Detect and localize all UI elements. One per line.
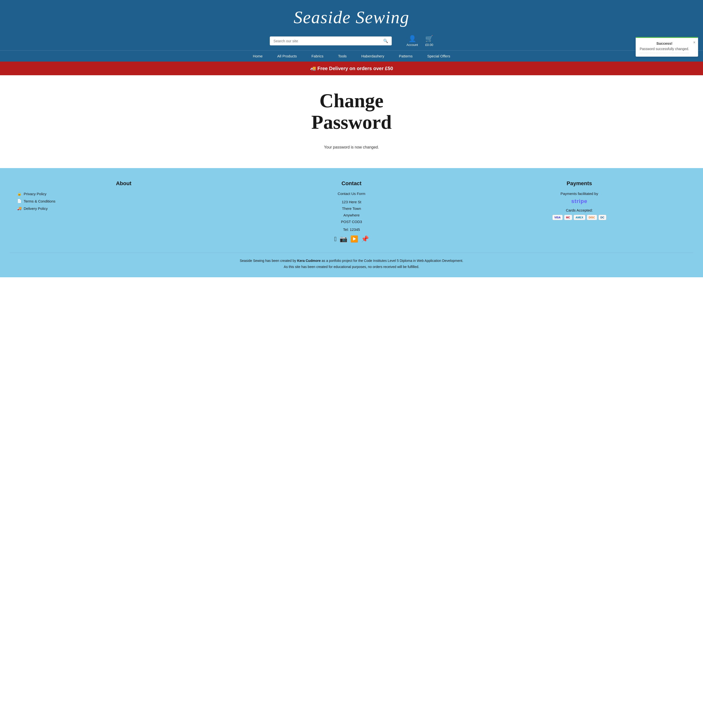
nav-all-products[interactable]: All Products xyxy=(270,51,304,62)
payments-facilitated-text: Payments facilitated by xyxy=(465,192,693,196)
footer-about: About 🔒 Privacy Policy 📄 Terms & Conditi… xyxy=(10,180,238,243)
contact-us-form-label: Contact Us Form xyxy=(338,192,365,196)
toast-title: Success! xyxy=(640,41,689,45)
nav-tools[interactable]: Tools xyxy=(331,51,354,62)
cards-row: VISA MC AMEX DISC DC xyxy=(465,215,693,220)
nav-fabrics[interactable]: Fabrics xyxy=(304,51,331,62)
instagram-icon[interactable]: 📷 xyxy=(340,235,347,243)
footer-contact: Contact Contact Us Form 123 Here St Ther… xyxy=(238,180,465,243)
footer-delivery-policy-link[interactable]: 🚚 Delivery Policy xyxy=(10,206,238,211)
author-name: Kera Cudmore xyxy=(297,259,320,263)
footer-privacy-policy-link[interactable]: 🔒 Privacy Policy xyxy=(10,192,238,196)
main-content: Change Password Your password is now cha… xyxy=(0,75,703,168)
delivery-banner-text: 🚚 Free Delivery on orders over £50 xyxy=(310,66,393,71)
footer-payments-heading: Payments xyxy=(465,180,693,186)
account-icon: 👤 xyxy=(408,35,416,42)
facebook-icon[interactable]:  xyxy=(334,235,337,243)
nav-home[interactable]: Home xyxy=(246,51,270,62)
cart-icon-item[interactable]: 🛒 £0.00 xyxy=(425,35,433,47)
footer: About 🔒 Privacy Policy 📄 Terms & Conditi… xyxy=(0,168,703,277)
footer-payments: Payments Payments facilitated by stripe … xyxy=(465,180,693,243)
truck-icon: 🚚 xyxy=(17,206,22,211)
privacy-policy-label: Privacy Policy xyxy=(24,192,46,196)
address-line3: Anywhere xyxy=(343,213,360,217)
account-label: Account xyxy=(406,43,418,47)
header-middle: 🔍 👤 Account 🛒 £0.00 Success! Password su… xyxy=(0,32,703,50)
delivery-banner: 🚚 Free Delivery on orders over £50 xyxy=(0,62,703,75)
diners-badge: DC xyxy=(599,215,606,220)
page-title-line2: Password xyxy=(311,111,392,133)
header-icons: 👤 Account 🛒 £0.00 xyxy=(406,35,433,47)
lock-icon: 🔒 xyxy=(17,192,22,196)
visa-card-badge: VISA xyxy=(552,215,563,220)
amex-badge: AMEX xyxy=(573,215,585,220)
contact-us-form-link[interactable]: Contact Us Form xyxy=(238,192,465,196)
youtube-icon[interactable]: ▶️ xyxy=(350,235,358,243)
toast-message: Password successfully changed. xyxy=(640,47,689,51)
page-title-line1: Change xyxy=(320,90,383,111)
nav-haberdashery[interactable]: Haberdashery xyxy=(354,51,392,62)
footer-about-heading: About xyxy=(10,180,238,186)
delivery-policy-label: Delivery Policy xyxy=(24,207,48,211)
toast-divider xyxy=(640,53,689,53)
search-button[interactable]: 🔍 xyxy=(383,39,388,43)
search-input[interactable] xyxy=(274,39,383,43)
header: Seaside Sewing 🔍 👤 Account 🛒 £0.00 Succe… xyxy=(0,0,703,62)
cart-label: £0.00 xyxy=(425,43,433,47)
nav-patterns[interactable]: Patterns xyxy=(392,51,420,62)
success-toast: Success! Password successfully changed. … xyxy=(635,37,698,57)
address-line2: There Town xyxy=(342,207,361,211)
footer-tel: Tel: 12345 xyxy=(238,227,465,232)
footer-credits: Seaside Sewing has been created by Kera … xyxy=(10,258,693,264)
mastercard-badge: MC xyxy=(564,215,572,220)
footer-terms-link[interactable]: 📄 Terms & Conditions xyxy=(10,199,238,203)
nav-bar: Home All Products Fabrics Tools Haberdas… xyxy=(0,50,703,62)
discover-badge: DISC xyxy=(587,215,597,220)
terms-label: Terms & Conditions xyxy=(24,199,55,203)
site-title[interactable]: Seaside Sewing xyxy=(0,5,703,32)
footer-contact-heading: Contact xyxy=(238,180,465,186)
nav-special-offers[interactable]: Special Offers xyxy=(420,51,457,62)
account-icon-item[interactable]: 👤 Account xyxy=(406,35,418,47)
cards-accepted-label: Cards Accepted: xyxy=(465,208,693,212)
search-bar[interactable]: 🔍 xyxy=(270,36,392,45)
address-line1: 123 Here St xyxy=(342,200,361,204)
address-line4: POST COD3 xyxy=(341,220,362,224)
footer-address: 123 Here St There Town Anywhere POST COD… xyxy=(238,199,465,225)
footer-disclaimer: As this site has been created for educat… xyxy=(10,264,693,270)
footer-bottom: Seaside Sewing has been created by Kera … xyxy=(10,253,693,270)
social-icons:  📷 ▶️ 📌 xyxy=(238,235,465,243)
footer-columns: About 🔒 Privacy Policy 📄 Terms & Conditi… xyxy=(10,180,693,243)
pinterest-icon[interactable]: 📌 xyxy=(361,235,369,243)
document-icon: 📄 xyxy=(17,199,22,203)
cart-icon: 🛒 xyxy=(425,35,433,42)
stripe-logo: stripe xyxy=(465,198,693,205)
toast-close-button[interactable]: × xyxy=(693,40,696,45)
confirmation-message: Your password is now changed. xyxy=(324,145,379,150)
page-title: Change Password xyxy=(311,90,392,133)
